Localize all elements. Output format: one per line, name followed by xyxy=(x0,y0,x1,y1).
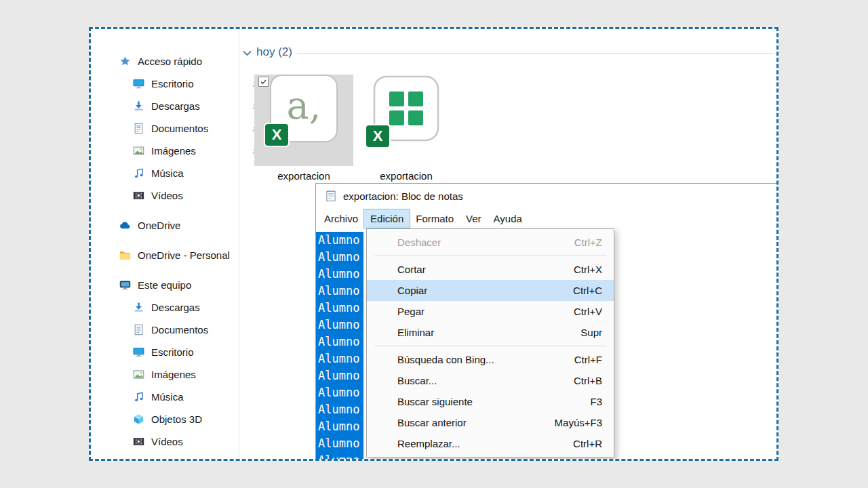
sidebar-item-escritorio[interactable]: Escritorio xyxy=(114,341,271,363)
sidebar-divider xyxy=(239,29,239,459)
sidebar-item-label: Documentos xyxy=(151,123,208,134)
menu-item-shortcut: Supr xyxy=(580,327,602,338)
file-tile-xlsx[interactable]: X exportacion xyxy=(357,66,456,182)
videos-icon xyxy=(133,436,144,447)
edit-menu-item-copiar[interactable]: CopiarCtrl+C xyxy=(367,280,614,301)
selected-text: Alumno xyxy=(316,350,363,367)
edit-menu-item-buscar-siguiente[interactable]: Buscar siguienteF3 xyxy=(367,391,614,412)
menu-item-shortcut: Ctrl+C xyxy=(573,285,602,296)
menu-item-label: Eliminar xyxy=(397,327,434,338)
edit-menu-item-busqueda-con-bing[interactable]: Búsqueda con Bing...Ctrl+F xyxy=(367,349,614,370)
edit-menu-item-buscar-anterior[interactable]: Buscar anteriorMayús+F3 xyxy=(367,412,614,433)
selected-checkbox[interactable] xyxy=(258,77,269,87)
sidebar-item-escritorio[interactable]: Escritorio xyxy=(114,73,271,95)
selected-text: Alumno xyxy=(316,317,363,333)
menu-item-label: Buscar... xyxy=(397,375,437,386)
sidebar-item-label: Acceso rápido xyxy=(138,56,202,67)
group-header-label: hoy (2) xyxy=(256,45,292,59)
onedrive-cloud-icon xyxy=(119,220,131,231)
sidebar-item-label: Vídeos xyxy=(151,436,183,447)
sidebar-item-label: Vídeos xyxy=(151,190,183,201)
selection-marquee: Acceso rápidoEscritorioDescargasDocument… xyxy=(89,27,778,461)
group-divider-line xyxy=(297,53,774,54)
sidebar-item-onedrive[interactable]: OneDrive xyxy=(114,214,271,237)
file-tile-icon-area: X xyxy=(357,75,456,166)
sidebar-item-videos[interactable]: Vídeos xyxy=(114,184,271,207)
excel-file-icon: X xyxy=(372,75,440,142)
selected-text: Alumno xyxy=(316,333,363,350)
downloads-icon xyxy=(133,100,144,112)
edit-menu-item-buscar[interactable]: Buscar...Ctrl+B xyxy=(367,370,614,391)
quick-access-star-icon xyxy=(119,56,131,67)
group-header[interactable]: hoy (2) xyxy=(243,45,774,59)
sidebar-nav: Acceso rápidoEscritorioDescargasDocument… xyxy=(114,50,271,453)
sidebar-item-label: Música xyxy=(151,167,184,179)
menu-item-label: Cortar xyxy=(397,264,426,275)
edit-menu: DeshacerCtrl+ZCortarCtrl+XCopiarCtrl+CPe… xyxy=(366,228,614,458)
selected-text: Alumno xyxy=(316,283,363,300)
menu-item-label: Pegar xyxy=(397,306,425,317)
documents-icon xyxy=(133,324,144,336)
selected-text: Alumno xyxy=(316,418,363,435)
selected-text: Alumno xyxy=(316,452,363,461)
sidebar-item-musica[interactable]: Música xyxy=(114,162,271,184)
menu-separator xyxy=(374,346,606,346)
menu-item-shortcut: Ctrl+R xyxy=(573,438,602,449)
music-icon xyxy=(133,391,144,403)
sidebar-item-onedrive-personal[interactable]: OneDrive - Personal xyxy=(114,244,271,266)
excel-badge-icon: X xyxy=(365,124,391,148)
notepad-icon xyxy=(325,190,337,202)
file-tile-icon-area: a, X xyxy=(254,75,353,166)
sidebar-item-musica[interactable]: Música xyxy=(114,386,271,408)
sidebar-item-label: Este equipo xyxy=(138,279,191,291)
chevron-down-icon[interactable] xyxy=(243,50,252,56)
sidebar-item-label: Escritorio xyxy=(151,346,194,358)
music-icon xyxy=(133,167,144,179)
sidebar-item-este-equipo[interactable]: Este equipo xyxy=(114,274,271,296)
menu-item-shortcut: Ctrl+Z xyxy=(574,237,602,248)
menu-item-shortcut: Ctrl+X xyxy=(574,264,602,275)
this-pc-icon xyxy=(119,279,131,291)
sidebar-item-label: Objetos 3D xyxy=(151,413,202,425)
pictures-icon xyxy=(133,369,144,380)
menu-item-label: Búsqueda con Bing... xyxy=(397,354,494,365)
sidebar-item-label: Escritorio xyxy=(151,78,194,89)
sidebar-item-label: Música xyxy=(151,391,184,403)
menu-archivo[interactable]: Archivo xyxy=(318,209,364,228)
sidebar-item-label: Imágenes xyxy=(151,369,196,380)
menu-item-shortcut: F3 xyxy=(590,396,602,407)
csv-glyph: a, xyxy=(286,87,321,125)
file-name: exportacion xyxy=(357,170,456,182)
sidebar-item-videos[interactable]: Vídeos xyxy=(114,430,271,453)
sidebar-item-descargas[interactable]: Descargas xyxy=(114,95,271,117)
edit-menu-item-pegar[interactable]: PegarCtrl+V xyxy=(367,301,614,322)
selected-text: Alumno xyxy=(316,249,363,266)
menu-ayuda[interactable]: Ayuda xyxy=(488,209,528,228)
sidebar-item-objetos-3d[interactable]: Objetos 3D xyxy=(114,408,271,430)
window-title: exportacion: Bloc de notas xyxy=(343,190,463,202)
notepad-menubar: ArchivoEdiciónFormatoVerAyuda xyxy=(316,208,778,229)
sidebar-item-documentos[interactable]: Documentos xyxy=(114,319,271,341)
menu-item-shortcut: Ctrl+B xyxy=(574,375,602,386)
notepad-titlebar[interactable]: exportacion: Bloc de notas xyxy=(316,184,778,208)
pictures-icon xyxy=(133,145,144,157)
sidebar-item-label: Documentos xyxy=(151,324,208,336)
menu-ver[interactable]: Ver xyxy=(460,209,488,228)
sidebar-item-imagenes[interactable]: Imágenes xyxy=(114,140,271,162)
edit-menu-item-eliminar[interactable]: EliminarSupr xyxy=(367,322,614,343)
menu-separator xyxy=(374,256,606,256)
selected-text: Alumno xyxy=(316,266,363,283)
sidebar-item-imagenes[interactable]: Imágenes xyxy=(114,363,271,386)
menu-edicion[interactable]: Edición xyxy=(364,209,410,228)
edit-menu-item-cortar[interactable]: CortarCtrl+X xyxy=(367,259,614,280)
menu-formato[interactable]: Formato xyxy=(410,209,460,228)
file-tile-csv[interactable]: a, X exportacion xyxy=(254,66,353,182)
desktop-icon xyxy=(133,78,144,89)
menu-item-shortcut: Ctrl+V xyxy=(574,306,602,317)
edit-menu-item-reemplazar[interactable]: Reemplazar...Ctrl+R xyxy=(367,433,614,454)
sidebar-item-descargas[interactable]: Descargas xyxy=(114,296,271,319)
menu-item-shortcut: Mayús+F3 xyxy=(555,417,602,428)
excel-badge-icon: X xyxy=(264,123,290,147)
sidebar-item-documentos[interactable]: Documentos xyxy=(114,117,271,140)
documents-icon xyxy=(133,123,144,134)
